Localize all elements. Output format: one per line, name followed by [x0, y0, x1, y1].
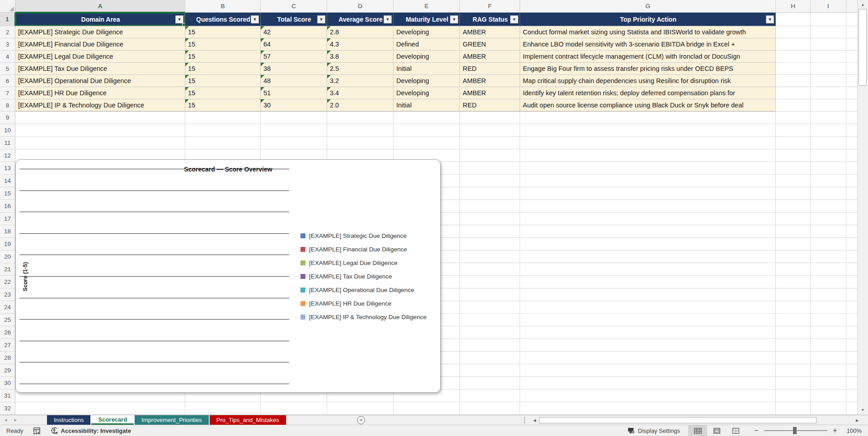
cell-G27[interactable] [520, 339, 776, 352]
cell-F24[interactable] [460, 301, 520, 314]
cell-G14[interactable] [520, 175, 776, 187]
cell-I32[interactable] [811, 402, 846, 415]
cell-E9[interactable] [394, 111, 460, 124]
filter-dropdown-icon[interactable]: ▼ [510, 15, 518, 23]
cell-I11[interactable] [811, 137, 846, 149]
filter-dropdown-icon[interactable]: ▼ [251, 15, 259, 23]
row-header-29[interactable]: 29 [0, 364, 15, 377]
column-header-B[interactable]: B [185, 0, 261, 13]
cell-F3[interactable]: GREEN [460, 38, 520, 51]
column-header-H[interactable]: H [776, 0, 811, 13]
cell-F23[interactable] [460, 288, 520, 301]
row-header-17[interactable]: 17 [0, 213, 15, 225]
cell-E3[interactable]: Defined [394, 38, 460, 51]
cell-F17[interactable] [460, 213, 520, 225]
cell-G24[interactable] [520, 301, 776, 314]
legend-item[interactable]: [EXAMPLE] Legal Due Diligence [300, 256, 427, 269]
cell-I20[interactable] [811, 250, 846, 263]
cell-I21[interactable] [811, 263, 846, 276]
cell-C10[interactable] [261, 124, 327, 137]
cell-I2[interactable] [811, 26, 846, 38]
cell-F7[interactable]: AMBER [460, 87, 520, 99]
cell-H21[interactable] [776, 263, 811, 276]
cell-F2[interactable]: AMBER [460, 26, 520, 38]
cell-G23[interactable] [520, 288, 776, 301]
cell-I19[interactable] [811, 238, 846, 250]
cell-E8[interactable]: Initial [394, 99, 460, 111]
cell-C6[interactable]: 48 [261, 75, 327, 87]
legend-item[interactable]: [EXAMPLE] IP & Technology Due Diligence [300, 310, 427, 324]
cell-G3[interactable]: Enhance LBO model sensitivity with 3-sce… [520, 38, 776, 51]
cell-I6[interactable] [811, 75, 846, 87]
cell-F22[interactable] [460, 276, 520, 288]
display-settings-button[interactable]: Display Settings [628, 427, 680, 434]
row-header-27[interactable]: 27 [0, 339, 15, 352]
legend-item[interactable]: [EXAMPLE] Strategic Due Diligence [300, 229, 427, 242]
cell-H22[interactable] [776, 276, 811, 288]
cell-E11[interactable] [394, 137, 460, 149]
cell-H18[interactable] [776, 225, 811, 238]
row-header-15[interactable]: 15 [0, 187, 15, 200]
sheet-tab-scorecard[interactable]: Scorecard [91, 415, 134, 425]
cell-G12[interactable] [520, 149, 776, 162]
tab-scroll-left-icon[interactable]: ◂ [5, 417, 7, 423]
cell-F13[interactable] [460, 162, 520, 175]
row-header-8[interactable]: 8 [0, 99, 15, 111]
column-header-C[interactable]: C [261, 0, 327, 13]
cell-H17[interactable] [776, 213, 811, 225]
scrollbar-resize-handle[interactable] [524, 417, 526, 423]
cell-E32[interactable] [394, 402, 460, 415]
cell-A6[interactable]: [EXAMPLE] Operational Due Diligence [15, 75, 185, 87]
cell-H5[interactable] [776, 63, 811, 75]
cell-H25[interactable] [776, 314, 811, 326]
cell-G32[interactable] [520, 402, 776, 415]
page-break-preview-button[interactable] [726, 425, 745, 436]
scroll-up-icon[interactable]: ▲ [858, 1, 868, 9]
cell-H9[interactable] [776, 111, 811, 124]
cell-H27[interactable] [776, 339, 811, 352]
cell-C9[interactable] [261, 111, 327, 124]
cell-A4[interactable]: [EXAMPLE] Legal Due Diligence [15, 51, 185, 63]
row-header-23[interactable]: 23 [0, 288, 15, 301]
cell-H24[interactable] [776, 301, 811, 314]
cell-G13[interactable] [520, 162, 776, 175]
cell-G26[interactable] [520, 326, 776, 339]
cell-F19[interactable] [460, 238, 520, 250]
fill-handle[interactable] [182, 23, 185, 26]
cell-A11[interactable] [15, 137, 185, 149]
cell-A2[interactable]: [EXAMPLE] Strategic Due Diligence [15, 26, 185, 38]
cell-E7[interactable]: Developing [394, 87, 460, 99]
cell-I15[interactable] [811, 187, 846, 200]
legend-item[interactable]: [EXAMPLE] Financial Due Diligence [300, 242, 427, 256]
zoom-level[interactable]: 100% [843, 427, 862, 434]
cell-F11[interactable] [460, 137, 520, 149]
cell-H13[interactable] [776, 162, 811, 175]
row-header-18[interactable]: 18 [0, 225, 15, 238]
row-header-5[interactable]: 5 [0, 63, 15, 75]
cell-I7[interactable] [811, 87, 846, 99]
cell-D1[interactable]: Average Score▼ [327, 13, 394, 26]
cell-H32[interactable] [776, 402, 811, 415]
cell-D7[interactable]: 3.4 [327, 87, 394, 99]
row-header-16[interactable]: 16 [0, 200, 15, 213]
cell-D3[interactable]: 4.3 [327, 38, 394, 51]
cell-F20[interactable] [460, 250, 520, 263]
column-header-E[interactable]: E [394, 0, 460, 13]
cell-F1[interactable]: RAG Status▼ [460, 13, 520, 26]
cell-H28[interactable] [776, 352, 811, 364]
sheet-tab-improvement_priorities[interactable]: Improvement_Priorities [135, 415, 209, 425]
filter-dropdown-icon[interactable]: ▼ [766, 15, 774, 23]
row-header-20[interactable]: 20 [0, 250, 15, 263]
cell-G31[interactable] [520, 390, 776, 402]
cell-A9[interactable] [15, 111, 185, 124]
row-header-21[interactable]: 21 [0, 263, 15, 276]
cell-C2[interactable]: 42 [261, 26, 327, 38]
legend-item[interactable]: [EXAMPLE] Tax Due Diligence [300, 269, 427, 283]
cell-H12[interactable] [776, 149, 811, 162]
cell-G28[interactable] [520, 352, 776, 364]
column-header-G[interactable]: G [520, 0, 776, 13]
macro-record-icon[interactable] [33, 427, 40, 434]
legend-item[interactable]: [EXAMPLE] HR Due Diligence [300, 297, 427, 310]
cell-H26[interactable] [776, 326, 811, 339]
cell-F8[interactable]: RED [460, 99, 520, 111]
